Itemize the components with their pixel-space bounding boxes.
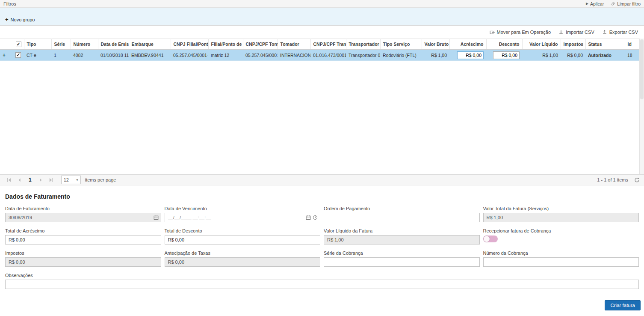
apply-filter-button[interactable]: ▶ Aplicar [586,1,604,6]
col-header-desconto[interactable]: Desconto [486,39,522,50]
data-vencimento-input[interactable] [165,213,321,222]
ordem-pagamento-input[interactable] [324,213,480,222]
total-desconto-input[interactable] [165,235,321,244]
ordem-pagamento-label: Ordem de Pagamento [324,206,480,211]
grid-row[interactable]: + ✓ CT-e 1 4082 01/10/2018 11:07 EMBDEV.… [0,50,639,61]
clock-icon[interactable] [313,215,318,220]
calendar-icon[interactable] [306,215,311,220]
calendar-icon[interactable] [154,215,159,220]
field-serie-cobranca: Série da Cobrança [324,250,480,267]
desconto-input[interactable] [493,51,520,59]
cell-filial: matriz 12 [208,50,243,61]
col-header-valor-liquido[interactable]: Valor Líquido [522,39,561,50]
cell-tomador: INTERNACIONAL E ... [278,50,310,61]
col-header-valor-bruto[interactable]: Valor Bruto [422,39,449,50]
filter-builder-area: + Novo grupo [0,8,644,26]
data-faturamento-input[interactable] [5,213,161,222]
valor-total-label: Valor Total da Fatura (Serviços) [483,206,639,211]
eraser-icon [611,1,615,6]
valor-total-input[interactable] [483,213,639,222]
results-grid: ✓ Tipo Série Número Data de Emiss... Emb… [0,39,644,174]
field-observacoes: Observações [5,273,639,289]
last-page-button[interactable] [47,176,56,184]
col-header-cnpj-filial[interactable]: CNPJ Filial/Ponto de ... [171,39,208,50]
cell-desconto [486,50,522,61]
export-csv-label: Exportar CSV [609,30,638,35]
first-page-button[interactable] [4,176,14,184]
col-header-serie[interactable]: Série [51,39,71,50]
export-csv-button[interactable]: Exportar CSV [602,30,638,35]
create-invoice-button[interactable]: Criar fatura [605,300,641,310]
move-to-operation-label: Mover para Em Operação [497,30,551,35]
numero-cobranca-label: Número da Cobrança [483,250,639,256]
footer: Criar fatura [0,289,644,313]
field-antecipacao: Antecipação de Taxas [165,250,321,267]
col-header-acrescimo[interactable]: Acréscimo [449,39,486,50]
clear-filter-button[interactable]: Limpar filtro [611,1,641,6]
impostos-label: Impostos [5,250,161,256]
cell-valor-bruto: R$ 1,00 [422,50,449,61]
page-number[interactable]: 1 [25,177,35,183]
apply-filter-label: Aplicar [590,1,604,6]
antecipacao-input[interactable] [165,257,321,267]
vertical-scrollbar[interactable] [639,39,644,174]
move-icon [490,30,495,35]
recepcionar-toggle[interactable] [483,236,498,242]
field-numero-cobranca: Número da Cobrança [483,250,639,267]
serie-cobranca-input[interactable] [324,257,480,267]
new-group-button[interactable]: + Novo grupo [5,17,35,22]
check-icon: ✓ [16,42,20,47]
col-header-filial[interactable]: Filial/Ponto de O... [208,39,243,50]
col-header-select: ✓ [13,39,24,50]
billing-title: Dados de Faturamento [5,193,639,200]
col-header-cnpj-transp[interactable]: CNPJ/CPF Transp... [310,39,346,50]
filters-title: Filtros [3,1,16,6]
col-header-numero[interactable]: Número [71,39,98,50]
cell-expand: + [0,50,13,61]
col-header-tipo[interactable]: Tipo [24,39,51,50]
refresh-icon[interactable] [634,177,640,183]
select-all-checkbox[interactable]: ✓ [16,42,21,47]
prev-page-button[interactable] [15,176,24,184]
col-header-tomador[interactable]: Tomador [278,39,310,50]
upload-icon [602,30,607,35]
col-header-embarque[interactable]: Embarque [129,39,171,50]
antecipacao-label: Antecipação de Taxas [165,250,321,256]
pager-info: 1 - 1 of 1 items [597,177,628,182]
plus-icon: + [5,17,9,22]
col-header-transportador[interactable]: Transportador [346,39,380,50]
apply-icon: ▶ [586,2,588,6]
scrollbar-thumb[interactable] [640,39,644,99]
row-checkbox[interactable]: ✓ [15,52,21,58]
next-page-button[interactable] [36,176,46,184]
impostos-input[interactable] [5,257,161,267]
chevron-down-icon: ▾ [76,178,78,182]
field-valor-total: Valor Total da Fatura (Serviços) [483,206,639,222]
numero-cobranca-input[interactable] [483,257,639,267]
billing-section: Dados de Faturamento Data de Faturamento… [0,185,644,289]
acrescimo-input[interactable] [457,51,484,59]
col-header-id[interactable]: Id [625,39,639,50]
import-csv-label: Importar CSV [566,30,594,35]
page-size-dropdown[interactable]: 12 ▾ [61,176,81,184]
observacoes-input[interactable] [5,280,639,289]
import-csv-button[interactable]: Importar CSV [558,30,594,35]
col-header-status[interactable]: Status [585,39,625,50]
valor-liquido-input[interactable] [324,235,480,244]
col-header-cnpj-tomador[interactable]: CNPJ/CPF Tomador [243,39,278,50]
move-to-operation-button[interactable]: Mover para Em Operação [490,30,551,35]
col-header-tipo-servico[interactable]: Tipo Serviço [380,39,422,50]
expand-row-button[interactable]: + [3,52,6,58]
field-total-desconto: Total de Desconto [165,228,321,244]
total-acrescimo-input[interactable] [5,235,161,244]
cell-cnpj-filial: 05.257.045/0001-60 [171,50,208,61]
cell-transportador: Transportador 01 [346,50,380,61]
grid-table: ✓ Tipo Série Número Data de Emiss... Emb… [0,39,640,61]
new-group-label: Novo grupo [11,17,35,22]
field-recepcionar: Recepcionar fatura de Cobrança [483,228,639,244]
col-header-data-emissao[interactable]: Data de Emiss... [98,39,129,50]
col-header-impostos[interactable]: Impostos [561,39,585,50]
cell-impostos: R$ 0,00 [561,50,585,61]
cell-numero: 4082 [71,50,98,61]
total-acrescimo-label: Total de Acréscimo [5,228,161,233]
